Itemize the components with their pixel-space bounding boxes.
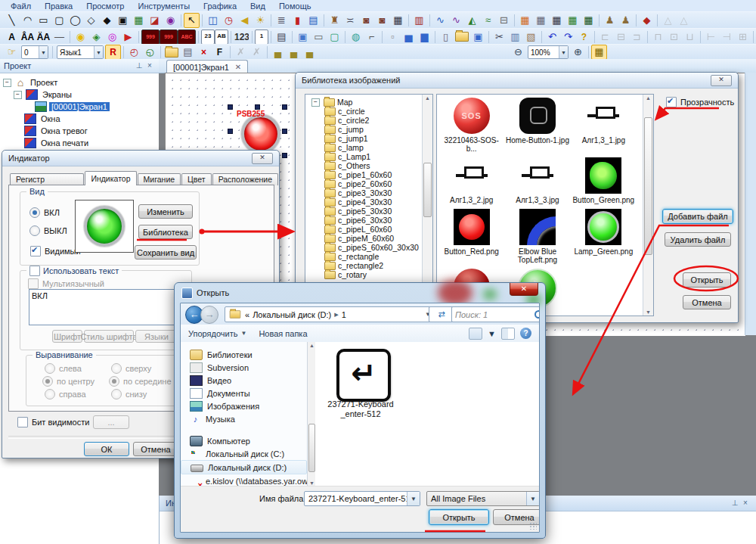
corner-tool-icon[interactable]: ⌐ bbox=[364, 30, 380, 45]
organize-menu[interactable]: Упорядочить▼ bbox=[188, 329, 246, 338]
selection-dashed-icon[interactable]: ▫ bbox=[385, 30, 401, 45]
menu-Просмотр[interactable]: Просмотр bbox=[80, 2, 130, 11]
text-element-icon[interactable]: AB bbox=[215, 30, 228, 45]
red-indicator-lamp[interactable] bbox=[241, 114, 280, 154]
tab-Расположение[interactable]: Расположение bbox=[212, 173, 278, 185]
window-plain-icon[interactable]: ▭ bbox=[311, 30, 327, 45]
tree-item-Окна[interactable]: Окна bbox=[2, 113, 157, 125]
folder-item-c_pipe2_60x60[interactable]: c_pipe2_60x60 bbox=[307, 179, 419, 188]
file-item-keyboard-enter[interactable]: ↵ bbox=[336, 349, 391, 402]
ok-button[interactable]: ОК bbox=[84, 442, 129, 456]
motor-1-icon[interactable]: ◙ bbox=[358, 13, 374, 28]
alarm-tower-icon[interactable]: ♜ bbox=[327, 13, 342, 28]
help-icon[interactable]: ? bbox=[576, 30, 592, 45]
nav-item-Изображения[interactable]: Изображения bbox=[181, 399, 307, 412]
line-tool-icon[interactable]: ╲ bbox=[4, 13, 20, 28]
meter-panel-icon[interactable]: ◫ bbox=[205, 13, 221, 28]
hand-mode-icon[interactable]: ☞ bbox=[4, 45, 20, 60]
ellipse-tool-icon[interactable]: ◯ bbox=[67, 13, 83, 28]
zoom-in-icon[interactable]: ⊕ bbox=[570, 45, 586, 60]
visibility-bit-checkbox[interactable]: Бит видимости bbox=[17, 417, 89, 427]
tab-close-icon[interactable]: ✕ bbox=[235, 63, 241, 71]
zoom-out-icon[interactable]: ⊖ bbox=[510, 45, 526, 60]
operator-2-icon[interactable]: ♟ bbox=[618, 13, 634, 28]
search-input[interactable]: Поиск: 1 bbox=[451, 306, 540, 322]
archive-3-icon[interactable]: ▄ bbox=[302, 45, 318, 60]
radio-off[interactable]: ВЫКЛ bbox=[29, 225, 67, 236]
tab-Регистр элемента[interactable]: Регистр элемента bbox=[10, 173, 84, 185]
state-wheel-2-icon[interactable]: ◵ bbox=[142, 45, 158, 60]
selection-handle[interactable] bbox=[282, 153, 287, 158]
table-green-2-icon[interactable]: ▦ bbox=[581, 13, 596, 28]
folder-item-c_pipe3_30x30[interactable]: c_pipe3_30x30 bbox=[307, 188, 419, 197]
thermometer-icon[interactable]: ▮ bbox=[290, 13, 305, 28]
state-wheel-1-icon[interactable]: ◴ bbox=[126, 45, 142, 60]
arc-tool-icon[interactable]: ◠ bbox=[20, 13, 36, 28]
window-export-icon[interactable]: ▢ bbox=[327, 30, 342, 45]
data-table-1-icon[interactable]: ▦ bbox=[533, 13, 549, 28]
date-element-icon[interactable]: 23 bbox=[201, 30, 215, 45]
folder-item-c_pipeS_60x60_30x30[interactable]: c_pipeS_60x60_30x30 bbox=[307, 243, 419, 252]
selection-handle[interactable] bbox=[228, 104, 233, 110]
numeric-element-icon[interactable]: 123 bbox=[234, 30, 249, 45]
cancel-button[interactable]: Отмена bbox=[683, 295, 731, 309]
selection-handle[interactable] bbox=[282, 104, 287, 110]
color-element-icon[interactable]: ◉ bbox=[163, 13, 178, 28]
folder-item-c_rotary[interactable]: c_rotary bbox=[307, 270, 419, 279]
cancel-button[interactable]: Отмена bbox=[133, 442, 178, 456]
folder-item-c_pipe4_30x30[interactable]: c_pipe4_30x30 bbox=[307, 197, 419, 207]
copy-icon[interactable]: ▥ bbox=[507, 30, 523, 45]
led-display-abc-icon[interactable]: ABC bbox=[178, 30, 196, 45]
chart-green-icon[interactable]: ◭ bbox=[464, 13, 480, 28]
controller-device-icon[interactable]: ▥ bbox=[411, 13, 427, 28]
zoom-combo[interactable]: 100%▼ bbox=[528, 45, 569, 59]
picture-display-icon[interactable]: ▤ bbox=[305, 13, 321, 28]
data-table-2-icon[interactable]: ▦ bbox=[549, 13, 565, 28]
folder-item-c_Lamp1[interactable]: c_Lamp1 bbox=[307, 152, 419, 161]
led-display-2-icon[interactable]: 999 bbox=[160, 30, 178, 45]
font-multilang-2-icon[interactable]: ÄA bbox=[36, 30, 51, 45]
views-icon[interactable] bbox=[469, 328, 482, 340]
cube-3d-icon[interactable]: ◆ bbox=[639, 13, 655, 28]
menu-Графика[interactable]: Графика bbox=[197, 2, 243, 11]
rectangle-tool-icon[interactable]: ▭ bbox=[36, 13, 51, 28]
folder-item-c_pipeM_60x60[interactable]: c_pipeM_60x60 bbox=[307, 234, 419, 243]
folder-item-c_pipe6_30x30[interactable]: c_pipe6_30x30 bbox=[307, 216, 419, 225]
nav-item-Библиотеки[interactable]: Библиотеки bbox=[181, 348, 307, 361]
tab-Индикатор[interactable]: Индикатор bbox=[85, 171, 136, 185]
resize-grip[interactable] bbox=[529, 522, 537, 530]
nav-item-Компьютер[interactable]: Компьютер bbox=[181, 434, 307, 447]
thumbnail-Elbow Blue TopLeft.png[interactable]: Elbow Blue TopLeft.png bbox=[504, 209, 570, 264]
thumbnail-Алг1,3_1.jpg[interactable]: Алг1,3_1.jpg bbox=[571, 98, 637, 153]
nav-item-Локальный диск (D:)[interactable]: Локальный диск (D:) bbox=[181, 460, 307, 474]
gauge-clock-icon[interactable]: ◷ bbox=[221, 13, 237, 28]
paste-icon[interactable]: ▧ bbox=[523, 30, 539, 45]
screen-tab[interactable]: [00001]Экран1 ✕ bbox=[166, 60, 248, 73]
folder-item-c_circle[interactable]: c_circle bbox=[307, 107, 419, 116]
library-button[interactable]: Библиотека bbox=[138, 225, 193, 239]
save-view-button[interactable]: Сохранить вид bbox=[135, 245, 197, 260]
folder-item-Map[interactable]: −Map bbox=[307, 98, 419, 107]
open-file-icon[interactable] bbox=[455, 32, 469, 42]
close-icon[interactable]: ✕ bbox=[252, 153, 273, 164]
flag-marker-icon[interactable]: ▶ bbox=[120, 30, 136, 45]
folder-item-c_lamp[interactable]: c_lamp bbox=[307, 143, 419, 152]
canvas-vertical-scrollbar[interactable] bbox=[745, 73, 756, 335]
selection-handle[interactable] bbox=[228, 129, 233, 134]
expander-icon[interactable]: − bbox=[3, 79, 11, 87]
speaker-icon[interactable]: ◀ bbox=[237, 13, 253, 28]
select-cursor-icon[interactable]: ↖ bbox=[184, 13, 200, 28]
image-library-tool-icon[interactable]: ◈ bbox=[88, 30, 104, 45]
polygon-tool-icon[interactable]: ◆ bbox=[99, 13, 115, 28]
menu-Помощь[interactable]: Помощь bbox=[273, 2, 318, 11]
redo-icon[interactable]: ↷ bbox=[560, 30, 576, 45]
multilang-checkbox[interactable]: Мультиязычный bbox=[28, 278, 104, 289]
views-chevron-icon[interactable]: ▼ bbox=[488, 329, 496, 338]
ruler-scale-icon[interactable]: ≣ bbox=[274, 13, 290, 28]
folder-item-c_jump[interactable]: c_jump bbox=[307, 125, 419, 134]
folder-item-c_pipe1_60x60[interactable]: c_pipe1_60x60 bbox=[307, 170, 419, 179]
open-button[interactable]: Открыть bbox=[683, 272, 731, 288]
language-combo[interactable]: Язык1▼ bbox=[57, 45, 104, 59]
filename-combo[interactable]: 237271-Keyboard_enter-512▼ bbox=[304, 491, 420, 506]
led-display-1-icon[interactable]: 999 bbox=[141, 30, 160, 45]
